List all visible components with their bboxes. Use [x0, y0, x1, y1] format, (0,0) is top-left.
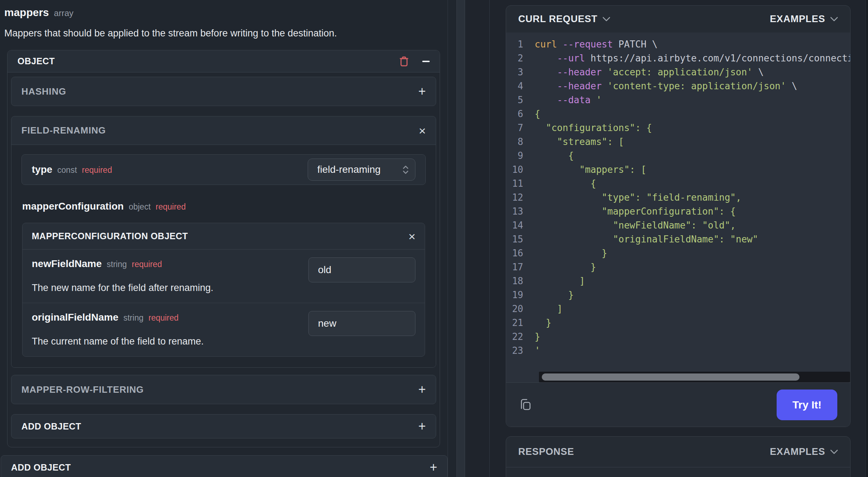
code-line: 2 --url https://api.airbyte.com/v1/conne…	[506, 51, 850, 65]
property-type-badge: array	[54, 8, 74, 18]
examples-label: EXAMPLES	[770, 446, 825, 457]
section-hashing: HASHING +	[11, 77, 436, 106]
code-line: 7 "configurations": {	[506, 121, 850, 135]
collapse-object-button[interactable]	[422, 61, 430, 62]
curl-request-header: CURL REQUEST EXAMPLES	[506, 6, 850, 32]
new-field-name-input[interactable]	[308, 257, 415, 282]
mapper-configuration-label-row: mapperConfiguration object required	[22, 201, 425, 212]
chevron-down-icon	[602, 17, 610, 21]
field-kind: string	[107, 260, 127, 269]
mapper-configuration-card-title: MAPPERCONFIGURATION OBJECT	[32, 231, 188, 241]
field-row-original-field-name: originalFieldName string required The cu…	[22, 303, 425, 356]
type-field-required: required	[82, 165, 112, 175]
mapper-configuration-card-header: MAPPERCONFIGURATION OBJECT ×	[22, 223, 425, 250]
type-field-kind: const	[57, 165, 77, 175]
scrollbar-track[interactable]	[539, 372, 850, 382]
api-reference-page: mappers array Mappers that should be app…	[0, 0, 868, 477]
page-scrollbar-gutter	[866, 0, 868, 477]
code-line: 17 }	[506, 260, 850, 274]
type-select[interactable]: field-renaming	[308, 159, 415, 181]
field-required: required	[132, 260, 162, 269]
mapper-configuration-required: required	[156, 202, 186, 212]
trash-icon	[399, 56, 409, 67]
section-field-renaming: FIELD-RENAMING × type const required	[11, 116, 436, 368]
section-field-renaming-header[interactable]: FIELD-RENAMING ×	[11, 116, 436, 145]
code-line: 1curl --request PATCH \	[506, 37, 850, 51]
plus-icon[interactable]: +	[418, 85, 426, 98]
section-mapper-row-filtering-header[interactable]: MAPPER-ROW-FILTERING +	[11, 375, 436, 404]
language-dropdown[interactable]: CURL REQUEST	[518, 14, 610, 25]
field-required: required	[148, 313, 178, 323]
field-kind: string	[123, 313, 143, 323]
add-object-button-inner[interactable]: ADD OBJECT +	[11, 414, 436, 438]
type-select-value: field-renaming	[317, 164, 403, 175]
curl-request-panel: CURL REQUEST EXAMPLES 1curl --request PA…	[506, 5, 851, 427]
panel-divider	[456, 0, 465, 477]
code-line: 6{	[506, 107, 850, 121]
code-line: 15 "originalFieldName": "new"	[506, 232, 850, 246]
code-line: 20 ]	[506, 302, 850, 316]
code-line: 18 ]	[506, 274, 850, 288]
code-line: 13 "mapperConfiguration": {	[506, 205, 850, 219]
section-hashing-header[interactable]: HASHING +	[11, 77, 436, 106]
add-object-button-root[interactable]: ADD OBJECT +	[1, 455, 448, 477]
field-name: originalFieldName	[32, 312, 118, 323]
code-samples-column: CURL REQUEST EXAMPLES 1curl --request PA…	[465, 0, 868, 477]
schema-form-column: mappers array Mappers that should be app…	[0, 0, 448, 477]
examples-label: EXAMPLES	[770, 14, 825, 25]
code-line: 16 }	[506, 246, 850, 260]
minus-icon	[422, 61, 430, 62]
chevron-down-icon	[830, 450, 838, 454]
try-it-button[interactable]: Try It!	[777, 390, 837, 420]
code-line: 8 "streams": [	[506, 135, 850, 149]
plus-icon[interactable]: +	[418, 383, 426, 396]
select-stepper-icon	[403, 165, 409, 175]
mapper-configuration-kind: object	[129, 202, 151, 212]
code-line: 19 }	[506, 288, 850, 302]
field-name: newFieldName	[32, 258, 102, 270]
code-line: 23'	[506, 344, 850, 358]
property-description: Mappers that should be applied to the st…	[4, 27, 439, 39]
code-lines: 1curl --request PATCH \2 --url https://a…	[506, 37, 850, 358]
field-description: The new name for the field after renamin…	[32, 282, 415, 293]
horizontal-scrollbar	[506, 372, 850, 382]
mapper-configuration-card: MAPPERCONFIGURATION OBJECT × newFieldNam…	[22, 223, 425, 357]
copy-code-button[interactable]	[519, 398, 532, 412]
add-object-label: ADD OBJECT	[11, 462, 71, 473]
field-row-new-field-name: newFieldName string required The new nam…	[22, 250, 425, 303]
response-panel: RESPONSE EXAMPLES	[506, 436, 851, 477]
type-field-row: type const required field-renaming	[21, 154, 426, 185]
code-line: 22}	[506, 330, 850, 344]
chevron-down-icon	[830, 17, 838, 21]
scrollbar-thumb[interactable]	[542, 373, 799, 381]
section-field-renaming-body: type const required field-renaming	[11, 145, 436, 367]
code-line: 5 --data '	[506, 93, 850, 107]
code-line: 12 "type": "field-renaming",	[506, 191, 850, 205]
request-footer: Try It!	[506, 382, 850, 427]
code-editor[interactable]: 1curl --request PATCH \2 --url https://a…	[506, 32, 850, 372]
close-icon[interactable]: ×	[408, 230, 415, 242]
array-item-object-card: OBJECT HASHING	[7, 50, 440, 447]
code-line: 4 --header 'content-type: application/js…	[506, 79, 850, 93]
section-field-renaming-label: FIELD-RENAMING	[21, 125, 106, 136]
code-line: 21 }	[506, 316, 850, 330]
delete-object-button[interactable]	[399, 56, 409, 67]
object-card-header: OBJECT	[7, 50, 440, 72]
section-mapper-row-filtering: MAPPER-ROW-FILTERING +	[11, 375, 436, 404]
response-examples-dropdown[interactable]: EXAMPLES	[770, 446, 838, 457]
request-examples-dropdown[interactable]: EXAMPLES	[770, 14, 838, 25]
response-title: RESPONSE	[518, 446, 574, 457]
code-line: 3 --header 'accept: application/json' \	[506, 65, 850, 79]
original-field-name-input[interactable]	[308, 311, 415, 336]
close-icon[interactable]: ×	[419, 125, 426, 137]
property-header: mappers array Mappers that should be app…	[0, 6, 448, 39]
plus-icon: +	[418, 420, 426, 433]
code-line: 14 "newFieldName": "old",	[506, 219, 850, 232]
code-line: 9 {	[506, 149, 850, 163]
object-card-title: OBJECT	[17, 56, 55, 66]
response-header: RESPONSE EXAMPLES	[506, 437, 850, 467]
object-card-body: HASHING + FIELD-RENAMING × typ	[7, 72, 440, 447]
copy-icon	[519, 398, 532, 412]
type-field-name: type	[32, 164, 52, 175]
column-gutter	[448, 0, 456, 477]
